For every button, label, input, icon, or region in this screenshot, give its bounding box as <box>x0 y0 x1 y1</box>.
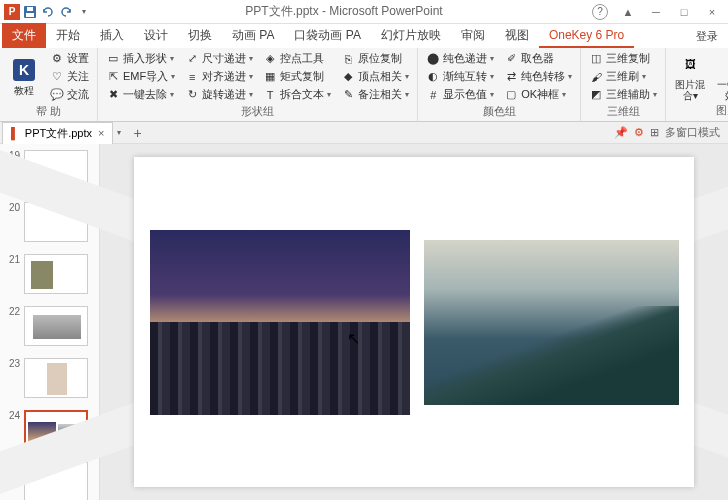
ribbon-collapse-icon[interactable]: ▲ <box>618 6 638 18</box>
qat-dropdown-icon[interactable]: ▾ <box>76 4 92 20</box>
add-tab-button[interactable]: + <box>125 125 149 141</box>
tab-insert[interactable]: 插入 <box>90 23 134 48</box>
login-button[interactable]: 登录 <box>686 25 728 48</box>
tab-home[interactable]: 开始 <box>46 23 90 48</box>
tab-dropdown-icon[interactable]: ▾ <box>113 128 125 137</box>
remove-button[interactable]: ✖一键去除▾ <box>104 86 177 103</box>
control-point-button[interactable]: ◈控点工具 <box>261 50 333 67</box>
help-icon[interactable]: ? <box>592 4 608 20</box>
brush-icon: 🖌 <box>589 70 603 84</box>
eyedropper-button[interactable]: ✐取色器 <box>502 50 574 67</box>
maximize-button[interactable]: □ <box>674 6 694 18</box>
import-icon: ⇱ <box>106 70 120 84</box>
settings-button[interactable]: ⚙设置 <box>48 50 91 67</box>
tab-onekey[interactable]: OneKey 6 Pro <box>539 24 634 48</box>
solid-step-button[interactable]: ⬤纯色递进▾ <box>424 50 496 67</box>
save-icon[interactable] <box>22 4 38 20</box>
close-button[interactable]: × <box>702 6 722 18</box>
3d-copy-button[interactable]: ◫三维复制 <box>587 50 659 67</box>
shape-icon: ▭ <box>106 52 120 66</box>
powerpoint-icon: P <box>4 4 20 20</box>
image-blend-button[interactable]: 🖼图片混合▾ <box>672 50 708 102</box>
point-icon: ◈ <box>263 52 277 66</box>
pin-icon[interactable]: 📌 <box>614 126 628 139</box>
color-transfer-button[interactable]: ⇄纯色转移▾ <box>502 68 574 85</box>
slide-canvas[interactable]: ↖ <box>100 144 728 500</box>
minimize-button[interactable]: ─ <box>646 6 666 18</box>
svg-rect-1 <box>26 13 34 17</box>
chat-icon: 💬 <box>50 88 64 102</box>
tab-view[interactable]: 视图 <box>495 23 539 48</box>
svg-text:K: K <box>19 62 29 78</box>
tab-pocket-anim[interactable]: 口袋动画 PA <box>284 23 370 48</box>
grid-icon: ▦ <box>263 70 277 84</box>
rotate-icon: ↻ <box>185 88 199 102</box>
3d-brush-button[interactable]: 🖌三维刷▾ <box>587 68 659 85</box>
group-image-label: 图片组 <box>672 102 728 119</box>
split-text-button[interactable]: T拆合文本▾ <box>261 86 333 103</box>
tutorial-button[interactable]: K 教程 <box>6 50 42 103</box>
align-icon: ≡ <box>185 70 199 84</box>
ok-frame-button[interactable]: ▢OK神框▾ <box>502 86 574 103</box>
vertex-button[interactable]: ◆顶点相关▾ <box>339 68 411 85</box>
text-icon: T <box>263 88 277 102</box>
tab-design[interactable]: 设计 <box>134 23 178 48</box>
group-shape-label: 形状组 <box>104 103 411 120</box>
assist-icon: ◩ <box>589 88 603 102</box>
align-step-button[interactable]: ≡对齐递进▾ <box>183 68 255 85</box>
gear-icon: ⚙ <box>50 52 64 66</box>
tab-slideshow[interactable]: 幻灯片放映 <box>371 23 451 48</box>
eraser-icon: ✖ <box>106 88 120 102</box>
color-icon: ⬤ <box>426 52 440 66</box>
close-tab-icon[interactable]: × <box>98 127 104 139</box>
gradient-icon: ◐ <box>426 70 440 84</box>
chat-button[interactable]: 💬交流 <box>48 86 91 103</box>
show-color-button[interactable]: #显示色值▾ <box>424 86 496 103</box>
window-mode-icon[interactable]: ⊞ <box>650 126 659 139</box>
mountain-image[interactable] <box>424 240 679 405</box>
tab-animations[interactable]: 动画 PA <box>222 23 284 48</box>
rotate-step-button[interactable]: ↻旋转递进▾ <box>183 86 255 103</box>
doc-icon: ▌ <box>11 127 19 139</box>
group-color-label: 颜色组 <box>424 103 574 120</box>
vertex-icon: ◆ <box>341 70 355 84</box>
emf-import-button[interactable]: ⇱EMF导入▾ <box>104 68 177 85</box>
undo-icon[interactable] <box>40 4 56 20</box>
thumb-21[interactable]: 21 <box>0 252 99 304</box>
redo-icon[interactable] <box>58 4 74 20</box>
copy-icon: ⎘ <box>341 52 355 66</box>
resize-icon: ⤢ <box>185 52 199 66</box>
group-help-label: 帮 助 <box>6 103 91 120</box>
value-icon: # <box>426 88 440 102</box>
document-tab[interactable]: ▌ PPT文件.pptx × <box>2 122 113 144</box>
frame-icon: ▢ <box>504 88 518 102</box>
inplace-copy-button[interactable]: ⎘原位复制 <box>339 50 411 67</box>
window-title: PPT文件.pptx - Microsoft PowerPoint <box>96 3 592 20</box>
tab-transitions[interactable]: 切换 <box>178 23 222 48</box>
thumb-23[interactable]: 23 <box>0 356 99 408</box>
effects-button[interactable]: ✦一键特效▾ <box>714 50 728 102</box>
gradient-swap-button[interactable]: ◐渐纯互转▾ <box>424 68 496 85</box>
city-image[interactable] <box>150 230 410 415</box>
sparkle-icon: ✦ <box>719 51 728 77</box>
insert-shape-button[interactable]: ▭插入形状▾ <box>104 50 177 67</box>
window-mode-label: 多窗口模式 <box>665 125 720 140</box>
group-3d-label: 三维组 <box>587 103 659 120</box>
transfer-icon: ⇄ <box>504 70 518 84</box>
notes-button[interactable]: ✎备注相关▾ <box>339 86 411 103</box>
cube-icon: ◫ <box>589 52 603 66</box>
heart-icon: ♡ <box>50 70 64 84</box>
current-slide[interactable]: ↖ <box>134 157 694 487</box>
3d-assist-button[interactable]: ◩三维辅助▾ <box>587 86 659 103</box>
settings-gear-icon[interactable]: ⚙ <box>634 126 644 139</box>
doc-title: PPT文件.pptx <box>25 126 92 141</box>
tab-review[interactable]: 审阅 <box>451 23 495 48</box>
size-step-button[interactable]: ⤢尺寸递进▾ <box>183 50 255 67</box>
cursor-icon: ↖ <box>347 329 360 348</box>
matrix-copy-button[interactable]: ▦矩式复制 <box>261 68 333 85</box>
tab-file[interactable]: 文件 <box>2 23 46 48</box>
svg-rect-2 <box>27 7 33 11</box>
thumb-22[interactable]: 22 <box>0 304 99 356</box>
follow-button[interactable]: ♡关注 <box>48 68 91 85</box>
eyedropper-icon: ✐ <box>504 52 518 66</box>
